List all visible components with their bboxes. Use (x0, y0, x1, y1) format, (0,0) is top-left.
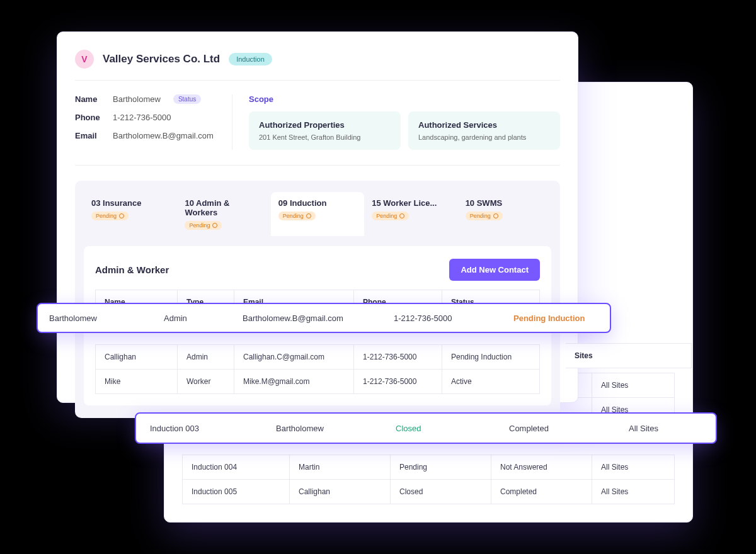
tab-induction[interactable]: 09 Induction Pending (271, 192, 364, 236)
tab-insurance[interactable]: 03 Insurance Pending (84, 192, 177, 236)
table-row[interactable]: Induction 005 Callighan Closed Completed… (183, 480, 675, 504)
table-row[interactable]: Mike Worker Mike.M@gmail.com 1-212-736-5… (96, 370, 540, 394)
pending-chip: Pending (91, 212, 129, 220)
tab-label: 09 Induction (278, 198, 357, 208)
induction-tag: Induction (229, 53, 272, 65)
tab-label: 03 Insurance (91, 198, 169, 208)
cell-phone: 1-212-736-5000 (382, 314, 502, 323)
cell-name: Bartholomew (38, 314, 152, 323)
tab-swms[interactable]: 10 SWMS Pending (458, 192, 551, 236)
cell-induction: Induction 005 (183, 480, 290, 504)
label-email: Email (75, 131, 104, 140)
cell-induction: Induction 003 (136, 424, 262, 433)
tab-label: 10 Admin & Workers (185, 198, 263, 217)
pending-chip: Pending (278, 212, 316, 220)
info-icon (493, 213, 498, 218)
scope-title: Scope (249, 94, 560, 104)
cell-answer: Completed (491, 480, 592, 504)
scope-services-text: Landscaping, gardening and plants (418, 133, 550, 141)
highlighted-induction-row[interactable]: Induction 003 Bartholomew Closed Complet… (135, 412, 717, 444)
cell-sites: All Sites (615, 424, 716, 433)
cell-email: Bartholomew.B@gmail.com (231, 314, 382, 323)
cell-status: Pending (391, 455, 491, 480)
cell-phone: 1-212-736-5000 (354, 370, 442, 394)
cell-type: Worker (178, 370, 234, 394)
info-icon (399, 213, 404, 218)
tab-worker-licenses[interactable]: 15 Worker Lice... Pending (364, 192, 457, 236)
cell-name: Callighan (96, 345, 178, 370)
info-icon (306, 213, 311, 218)
info-icon (119, 213, 124, 218)
cell-sites: All Sites (592, 455, 675, 480)
cell-type: Admin (152, 314, 231, 323)
cell-sites: All Sites (592, 373, 675, 398)
cell-answer: Completed (495, 424, 615, 433)
cell-name: Mike (96, 370, 178, 394)
scope-box-services: Authorized Services Landscaping, gardeni… (408, 111, 560, 150)
pending-chip: Pending (185, 221, 222, 230)
cell-induction: Induction 004 (183, 455, 290, 480)
table-row[interactable]: Callighan Admin Callighan.C@gmail.com 1-… (96, 345, 540, 370)
contact-column: Name Bartholomew Status Phone 1-212-736-… (75, 94, 232, 150)
cell-status: Pending Induction (502, 314, 610, 323)
company-card-front: V Valley Services Co. Ltd Induction Name… (57, 31, 578, 403)
pending-chip: Pending (466, 212, 503, 220)
card-header: V Valley Services Co. Ltd Induction (75, 50, 560, 81)
company-name: Valley Services Co. Ltd (103, 53, 220, 65)
scope-column: Scope Authorized Properties 201 Kent Str… (249, 94, 560, 150)
scope-properties-heading: Authorized Properties (259, 120, 391, 130)
pending-chip: Pending (372, 212, 409, 220)
cell-name: Martin (290, 455, 391, 480)
cell-status: Closed (382, 424, 495, 433)
cell-email: Mike.M@gmail.com (234, 370, 354, 394)
contact-name-value: Bartholomew (113, 94, 161, 104)
status-pill[interactable]: Status (173, 94, 201, 104)
contact-phone-value: 1-212-736-5000 (113, 113, 171, 122)
scope-services-heading: Authorized Services (418, 120, 550, 130)
scope-properties-text: 201 Kent Street, Grafton Building (259, 133, 391, 141)
cell-email: Callighan.C@gmail.com (234, 345, 354, 370)
cell-sites: All Sites (592, 480, 675, 504)
tabs-container: 03 Insurance Pending 10 Admin & Workers … (75, 181, 560, 418)
info-icon (212, 223, 217, 228)
contact-email-value: Bartholomew.B@gmail.com (113, 131, 214, 140)
label-phone: Phone (75, 113, 104, 122)
cell-status: Active (442, 370, 540, 394)
cell-status: Pending Induction (442, 345, 540, 370)
cell-answer: Not Answered (491, 455, 592, 480)
label-name: Name (75, 94, 104, 104)
tabs-strip: 03 Insurance Pending 10 Admin & Workers … (84, 192, 551, 236)
tab-label: 15 Worker Lice... (372, 198, 450, 208)
cell-type: Admin (178, 345, 234, 370)
panel-title: Admin & Worker (95, 264, 169, 275)
company-avatar: V (75, 50, 94, 69)
induction-header-sites: Sites (566, 343, 692, 368)
info-row: Name Bartholomew Status Phone 1-212-736-… (75, 81, 560, 166)
tab-label: 10 SWMS (466, 198, 544, 208)
cell-name: Bartholomew (262, 424, 382, 433)
scope-box-properties: Authorized Properties 201 Kent Street, G… (249, 111, 401, 150)
cell-status: Closed (391, 480, 491, 504)
cell-name: Callighan (290, 480, 391, 504)
highlighted-contact-row[interactable]: Bartholomew Admin Bartholomew.B@gmail.co… (37, 303, 611, 333)
tab-admin-workers[interactable]: 10 Admin & Workers Pending (177, 192, 270, 236)
add-new-contact-button[interactable]: Add New Contact (449, 259, 540, 281)
cell-phone: 1-212-736-5000 (354, 345, 442, 370)
table-row[interactable]: Induction 004 Martin Pending Not Answere… (183, 455, 675, 480)
